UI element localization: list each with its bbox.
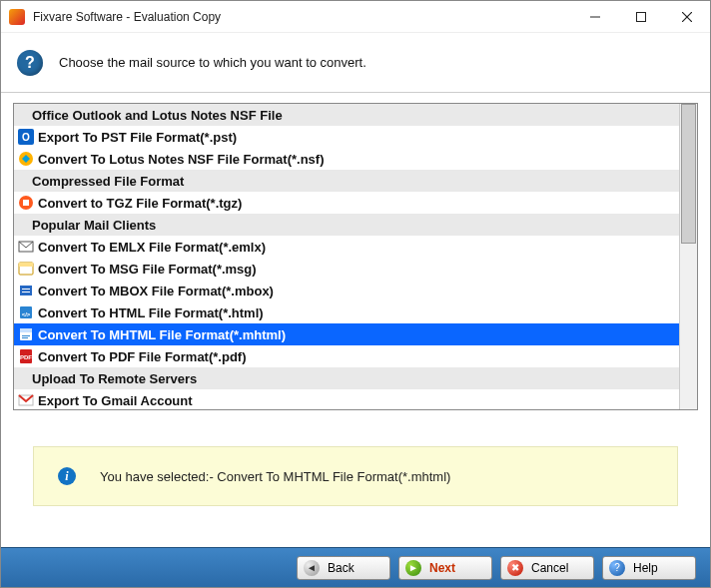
group-remote-servers: Upload To Remote Servers [14, 367, 679, 389]
minimize-button[interactable] [572, 1, 618, 33]
option-label: Export To PST File Format(*.pst) [38, 130, 237, 145]
option-label: Convert to TGZ File Format(*.tgz) [38, 196, 242, 211]
back-button[interactable]: ◄ Back [297, 556, 390, 580]
svg-text:</>: </> [22, 311, 31, 317]
mbox-icon [18, 283, 34, 298]
next-button[interactable]: ► Next [398, 556, 492, 580]
back-arrow-icon: ◄ [304, 560, 320, 576]
svg-rect-8 [23, 200, 29, 206]
question-icon: ? [17, 50, 43, 76]
cancel-button[interactable]: ✖ Cancel [500, 556, 594, 580]
option-mhtml[interactable]: Convert To MHTML File Format(*.mhtml) [14, 323, 679, 345]
pdf-icon: PDF [18, 348, 34, 364]
option-label: Convert To MHTML File Format(*.mhtml) [38, 327, 286, 342]
gmail-icon [18, 392, 34, 408]
format-listbox: Office Outlook and Lotus Notes NSF File … [13, 103, 698, 410]
option-emlx[interactable]: Convert To EMLX File Format(*.emlx) [14, 236, 679, 258]
svg-rect-14 [22, 292, 30, 293]
html-icon: </> [18, 304, 34, 320]
option-pdf[interactable]: PDF Convert To PDF File Format(*.pdf) [14, 345, 679, 367]
svg-rect-19 [22, 335, 30, 336]
option-label: Convert To HTML File Format(*.html) [38, 305, 264, 320]
footer-button-bar: ◄ Back ► Next ✖ Cancel ? Help [1, 547, 710, 587]
msg-icon [18, 261, 34, 277]
option-label: Convert To EMLX File Format(*.emlx) [38, 240, 266, 255]
scroll-thumb[interactable] [681, 104, 696, 244]
format-list[interactable]: Office Outlook and Lotus Notes NSF File … [14, 104, 679, 409]
svg-rect-13 [22, 289, 30, 290]
group-label: Compressed File Format [32, 174, 184, 189]
tgz-icon [18, 195, 34, 211]
group-label: Office Outlook and Lotus Notes NSF File [32, 108, 283, 123]
header-panel: ? Choose the mail source to which you wa… [1, 33, 710, 93]
option-nsf[interactable]: Convert To Lotus Notes NSF File Format(*… [14, 148, 679, 170]
svg-rect-11 [19, 263, 33, 267]
list-scrollbar[interactable] [679, 104, 697, 409]
maximize-icon [636, 12, 646, 22]
group-outlook-lotus: Office Outlook and Lotus Notes NSF File [14, 104, 679, 126]
help-button[interactable]: ? Help [602, 556, 696, 580]
svg-rect-18 [20, 328, 32, 332]
close-button[interactable] [664, 1, 710, 33]
window-title: Fixvare Software - Evaluation Copy [33, 10, 572, 24]
outlook-icon: O [18, 129, 34, 145]
app-icon [9, 9, 25, 25]
title-bar: Fixvare Software - Evaluation Copy [1, 1, 710, 33]
cancel-icon: ✖ [507, 560, 523, 576]
svg-rect-1 [637, 12, 646, 21]
option-label: Convert To MBOX File Format(*.mbox) [38, 284, 274, 298]
svg-text:O: O [22, 132, 30, 143]
option-label: Convert To Lotus Notes NSF File Format(*… [38, 152, 325, 167]
status-text: You have selected:- Convert To MHTML Fil… [100, 469, 450, 484]
content-area: Office Outlook and Lotus Notes NSF File … [1, 93, 710, 547]
svg-text:PDF: PDF [20, 354, 32, 360]
maximize-button[interactable] [618, 1, 664, 33]
header-prompt: Choose the mail source to which you want… [59, 55, 366, 70]
group-popular-clients: Popular Mail Clients [14, 214, 679, 236]
group-label: Upload To Remote Servers [32, 371, 197, 386]
next-arrow-icon: ► [405, 560, 421, 576]
option-label: Convert To MSG File Format(*.msg) [38, 262, 257, 277]
envelope-icon [18, 239, 34, 255]
option-pst[interactable]: O Export To PST File Format(*.pst) [14, 126, 679, 148]
cancel-label: Cancel [531, 561, 568, 575]
option-tgz[interactable]: Convert to TGZ File Format(*.tgz) [14, 192, 679, 214]
next-label: Next [429, 561, 455, 575]
group-compressed: Compressed File Format [14, 170, 679, 192]
group-label: Popular Mail Clients [32, 218, 156, 233]
help-label: Help [633, 561, 658, 575]
close-icon [682, 12, 692, 22]
mhtml-icon [18, 326, 34, 342]
help-icon: ? [609, 560, 625, 576]
option-msg[interactable]: Convert To MSG File Format(*.msg) [14, 258, 679, 280]
svg-rect-20 [22, 337, 28, 338]
option-html[interactable]: </> Convert To HTML File Format(*.html) [14, 301, 679, 323]
lotus-icon [18, 151, 34, 167]
option-label: Export To Gmail Account [38, 393, 193, 408]
status-bar: i You have selected:- Convert To MHTML F… [33, 446, 678, 506]
back-label: Back [328, 561, 355, 575]
svg-rect-12 [20, 286, 32, 295]
option-label: Convert To PDF File Format(*.pdf) [38, 349, 246, 364]
option-gmail[interactable]: Export To Gmail Account [14, 389, 679, 409]
option-mbox[interactable]: Convert To MBOX File Format(*.mbox) [14, 280, 679, 301]
minimize-icon [590, 12, 600, 22]
info-icon: i [58, 467, 76, 485]
